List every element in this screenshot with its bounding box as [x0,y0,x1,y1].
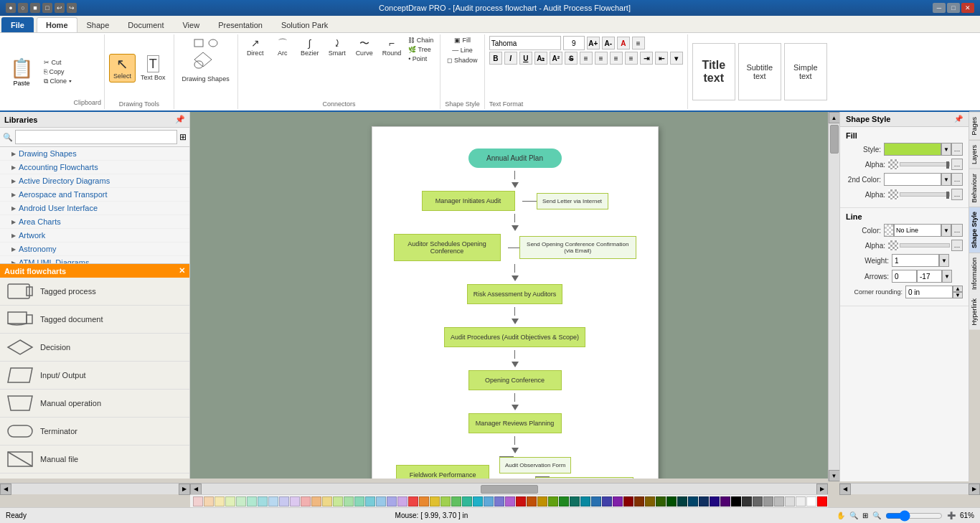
panel-horizontal-scrollbar[interactable]: ◀ ▶ [839,483,980,494]
send-opening-shape[interactable]: Send Opening Conference Confirmation (vi… [519,236,636,259]
color-swatch-22[interactable] [430,496,440,506]
color-swatch-17[interactable] [376,496,386,506]
color-swatch-40[interactable] [623,496,633,506]
app-icon-undo[interactable]: ↩ [55,3,65,13]
lib-link-active-dir[interactable]: Active Directory Diagrams [19,176,110,185]
lib-link-accounting[interactable]: Accounting Flowcharts [19,163,98,171]
app-icon-redo[interactable]: ↪ [67,3,77,13]
tab-solution-park[interactable]: Solution Park [272,17,337,32]
color-swatch-23[interactable] [440,496,451,506]
round-connector-button[interactable]: ⌐ Round [379,36,405,59]
audit-shape-tagged-process[interactable]: Tagged process [0,278,189,306]
second-color-more[interactable]: … [951,173,963,186]
arrows-dropdown[interactable]: ▼ [942,270,952,283]
color-swatch-31[interactable] [527,496,537,506]
side-tab-information[interactable]: Information [969,253,980,294]
tree-button[interactable]: 🌿 Tree [406,45,435,54]
line-toggle-button[interactable]: — Line [450,46,475,55]
align-left-button[interactable]: ≡ [580,52,593,65]
zoom-slider[interactable] [885,510,943,522]
color-swatch-28[interactable] [494,496,504,506]
audit-shape-tagged-document[interactable]: Tagged document [0,306,189,334]
lib-link-area-charts[interactable]: Area Charts [19,217,61,226]
send-letter-shape[interactable]: Send Letter via Internet [537,193,608,209]
audit-shape-manual-file[interactable]: Manual file [0,446,189,473]
tab-document[interactable]: Document [118,17,173,32]
color-swatch-20[interactable] [408,496,418,506]
font-increase-button[interactable]: A+ [587,37,600,50]
underline-button[interactable]: U [519,52,532,65]
line-color-dropdown[interactable]: ▼ [941,224,951,237]
color-swatch-37[interactable] [591,496,601,506]
subtitle-text-style-button[interactable]: Subtitle text [738,43,781,100]
audit-procedures-shape[interactable]: Audit Procedures (Audit Objectives & Sco… [444,327,585,347]
color-swatch-45[interactable] [677,496,687,506]
lib-item-android[interactable]: ▶ Android User Interface [0,202,189,215]
superscript-button[interactable]: A² [550,52,562,65]
color-swatch-26[interactable] [473,496,483,506]
italic-button[interactable]: I [504,52,517,65]
side-tab-pages[interactable]: Pages [969,112,980,140]
libraries-pin-icon[interactable]: 📌 [175,115,185,124]
node-risk-assessment[interactable]: Risk Assessment by Auditors [467,284,563,304]
color-swatch-10[interactable] [301,496,311,506]
color-swatch-51[interactable] [742,496,752,506]
color-swatch-4[interactable] [236,496,246,506]
color-swatch-52[interactable] [753,496,763,506]
audit-close-button[interactable]: ✕ [179,266,185,275]
alpha-thumb-1[interactable] [946,161,949,169]
shadow-toggle-button[interactable]: ◻ Shadow [445,56,479,65]
subscript-button[interactable]: A₂ [534,52,547,65]
audit-shape-input-output[interactable]: Input/ Output [0,362,189,390]
second-color-dropdown[interactable]: ▼ [941,173,951,186]
color-swatch-44[interactable] [666,496,677,506]
color-swatch-34[interactable] [559,496,569,506]
arc-connector-button[interactable]: ⌒ Arc [270,36,296,59]
arrows-input-1[interactable] [892,270,917,283]
indent-button[interactable]: ⇥ [640,52,653,65]
line-alpha-slider[interactable] [900,243,950,248]
color-swatch-0[interactable] [193,496,203,506]
tab-presentation[interactable]: Presentation [209,17,272,32]
tab-home[interactable]: Home [37,17,77,32]
corner-input[interactable] [905,286,953,298]
copy-button[interactable]: ⎘ Copy [42,67,74,76]
lib-link-android[interactable]: Android User Interface [19,204,98,212]
alpha-more-2[interactable]: … [951,189,963,200]
color-swatch-18[interactable] [387,496,397,506]
outdent-button[interactable]: ⇤ [655,52,668,65]
color-swatch-33[interactable] [548,496,558,506]
lib-link-artwork[interactable]: Artwork [19,231,45,240]
audit-shape-decision[interactable]: Decision [0,334,189,362]
lib-item-atm-uml[interactable]: ▶ ATM UML Diagrams [0,256,189,263]
color-swatch-11[interactable] [311,496,321,506]
zoom-icon[interactable]: 🔍 [872,512,881,519]
paste-button[interactable]: 📋 Paste [4,36,39,108]
alpha-slider-2[interactable] [900,192,950,197]
canvas-horizontal-scrollbar[interactable]: ◀ ▶ [190,483,828,494]
color-swatch-50[interactable] [731,496,741,506]
fill-toggle-button[interactable]: ▣ Fill [452,36,473,44]
lib-item-area-charts[interactable]: ▶ Area Charts [0,215,189,229]
color-swatch-5[interactable] [247,496,257,506]
lib-link-astronomy[interactable]: Astronomy [19,245,57,253]
clone-button[interactable]: ⧉ Clone ▾ [42,77,74,86]
audit-observation-shape[interactable]: Audit Observation Form [499,457,571,473]
maximize-button[interactable]: □ [947,3,960,13]
font-size-input[interactable] [563,36,585,50]
bezier-connector-button[interactable]: ∫ Bezier [297,36,323,59]
color-swatch-57[interactable] [806,496,816,506]
smart-connector-button[interactable]: ⤸ Smart [324,36,350,59]
point-button[interactable]: • Point [406,55,435,63]
color-swatch-13[interactable] [333,496,343,506]
simple-text-style-button[interactable]: Simple text [784,43,827,100]
lib-link-atm-uml[interactable]: ATM UML Diagrams [19,258,89,263]
align-right-button[interactable]: ≡ [610,52,623,65]
manager-reviews-shape[interactable]: Manager Reviews Planning [468,413,562,433]
side-tab-hyperlink[interactable]: Hyperlink [969,294,980,330]
lib-link-drawing-shapes[interactable]: Drawing Shapes [19,149,77,158]
line-color-more[interactable]: … [951,224,963,237]
fill-color-box[interactable] [884,143,941,156]
panel-pin-icon[interactable]: 📌 [954,115,963,123]
select-button[interactable]: ↖ Select [109,54,136,83]
